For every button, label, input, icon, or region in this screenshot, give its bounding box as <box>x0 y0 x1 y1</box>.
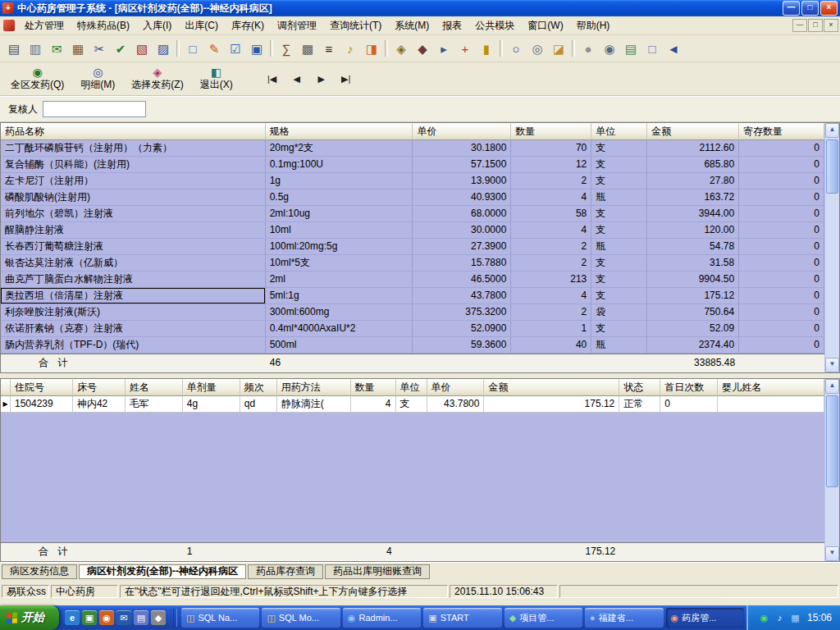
scissors-button[interactable]: ✂ <box>89 38 110 59</box>
grid2-column-header[interactable]: 用药方法 <box>277 379 351 396</box>
task-button-sql-mo[interactable]: ◫SQL Mo... <box>262 608 340 628</box>
grid2-scrollbar[interactable]: ▲ ▼ <box>824 379 839 561</box>
print-preview-button[interactable]: ▥ <box>25 38 46 59</box>
grid2-column-header[interactable]: 单位 <box>396 379 427 396</box>
grid1-column-header[interactable]: 药品名称 <box>1 123 266 140</box>
grid1-column-header[interactable]: 单价 <box>413 123 511 140</box>
task-button-pharmacy[interactable]: ◉药房管... <box>666 608 744 628</box>
tray-shield-icon[interactable]: ◉ <box>758 612 770 624</box>
back-button[interactable]: ◄ <box>663 38 684 59</box>
maximize-button[interactable]: □ <box>801 1 819 16</box>
menu-item[interactable]: 帮助(H) <box>570 17 617 34</box>
table-row[interactable]: 前列地尔（碧凯）注射液2ml:10ug68.000058支3944.000 <box>1 206 824 222</box>
tray-volume-icon[interactable]: ♪ <box>774 612 786 624</box>
quicklaunch-mail-icon[interactable]: ✉ <box>116 610 131 625</box>
grid2-column-header[interactable]: 床号 <box>73 379 126 396</box>
menu-item[interactable]: 特殊药品(B) <box>71 17 136 34</box>
menu-item[interactable]: 查询统计(T) <box>323 17 388 34</box>
grid2-column-header[interactable]: 单剂量 <box>183 379 240 396</box>
task-button-start[interactable]: ▣START <box>423 608 501 628</box>
table-row[interactable]: 二丁酰环磷腺苷钙（注射用）（力素）20mg*2支30.180070支2112.6… <box>1 140 824 157</box>
blue-ledger-button[interactable]: ▨ <box>153 38 174 59</box>
grid2-column-header[interactable]: 住院号 <box>11 379 73 396</box>
quicklaunch-tools-icon[interactable]: ◆ <box>151 610 166 625</box>
select-dispense-button[interactable]: ◈选择发药(Z) <box>124 62 190 95</box>
grid2-column-header[interactable]: 数量 <box>351 379 396 396</box>
tab-2[interactable]: 药品库存查询 <box>248 564 323 579</box>
doc-edit-button[interactable]: ✎ <box>203 38 225 59</box>
grid2-scroll-thumb[interactable] <box>826 395 838 487</box>
start-button[interactable]: 开始 <box>0 605 59 630</box>
scroll-down-icon[interactable]: ▼ <box>825 358 839 372</box>
grid1-column-header[interactable]: 寄存数量 <box>739 123 824 140</box>
nav-first-button[interactable]: |◀ <box>260 69 285 89</box>
table-row[interactable]: 磷酸肌酸钠(注射用)0.5g40.93004瓶163.720 <box>1 189 824 206</box>
medicine-box-button[interactable]: + <box>454 38 476 59</box>
grid2-column-header[interactable]: 状态 <box>619 379 660 396</box>
key-button[interactable]: ◈ <box>390 38 412 59</box>
menu-item[interactable]: 处方管理 <box>18 17 71 34</box>
detail-button[interactable]: ◎明细(M) <box>73 62 122 95</box>
tab-0[interactable]: 病区发药信息 <box>2 564 77 579</box>
task-button-fujian[interactable]: ●福建省... <box>585 608 663 628</box>
menu-item[interactable]: 系统(M) <box>388 17 436 34</box>
doc-save-button[interactable]: ▣ <box>246 38 267 59</box>
red-ledger-button[interactable]: ▧ <box>131 38 153 59</box>
transport-button[interactable]: ▸ <box>433 38 454 59</box>
grid1-scroll-thumb[interactable] <box>826 139 838 194</box>
nav-next-button[interactable]: ▶ <box>309 69 334 89</box>
table-row[interactable]: 左卡尼汀（注射用）1g13.90002支27.800 <box>1 173 824 189</box>
tab-1[interactable]: 病区针剂发药(全部)--神经内科病区 <box>79 564 246 579</box>
zoom-grid-button[interactable]: ◎ <box>527 38 548 59</box>
thermometer-button[interactable]: ▮ <box>476 38 497 59</box>
table-row[interactable]: 曲克芦丁脑蛋白水解物注射液2ml46.5000213支9904.500 <box>1 272 824 288</box>
mdi-restore-button[interactable]: □ <box>808 19 823 32</box>
table-row[interactable]: ▶1504239神内42毛军4gqd静脉滴注(4支43.7800175.12正常… <box>1 396 824 413</box>
table-row[interactable]: 长春西汀葡萄糖注射液100ml:20mg:5g27.39002瓶54.780 <box>1 239 824 255</box>
menu-item[interactable]: 公共模块 <box>468 17 521 34</box>
report-grid-button[interactable]: ▩ <box>297 38 318 59</box>
mdi-minimize-button[interactable]: — <box>792 19 807 32</box>
grid1-column-header[interactable]: 单位 <box>591 123 647 140</box>
table-row[interactable]: 利奈唑胺注射液(斯沃)300ml:600mg375.32002袋750.640 <box>1 304 824 321</box>
table-row[interactable]: 银杏达莫注射液（亿新威）10ml*5支15.78802支31.580 <box>1 255 824 272</box>
quicklaunch-media-icon[interactable]: ◉ <box>99 610 114 625</box>
scroll-up-icon[interactable]: ▲ <box>825 379 839 394</box>
nav-last-button[interactable]: ▶| <box>334 69 358 89</box>
quicklaunch-doc-icon[interactable]: ▤ <box>134 610 148 625</box>
menu-item[interactable]: 入库(I) <box>136 17 178 34</box>
table-row[interactable]: 复合辅酶（贝科能）(注射用)0.1mg:100U57.150012支685.80… <box>1 157 824 173</box>
printer-button[interactable]: ▤ <box>3 38 25 59</box>
table-row[interactable]: 依诺肝素钠（克赛）注射液0.4ml*4000AxaIU*252.09001支52… <box>1 321 824 337</box>
mdi-close-button[interactable]: × <box>824 19 838 32</box>
scroll-down-icon[interactable]: ▼ <box>825 546 839 561</box>
doc-new-button[interactable]: □ <box>182 38 203 59</box>
alarm-button[interactable]: ♪ <box>340 38 361 59</box>
menu-item[interactable]: 报表 <box>436 17 468 34</box>
globe-button[interactable]: ● <box>578 38 599 59</box>
exit-button[interactable]: ◧退出(X) <box>193 62 240 95</box>
grid2-column-header[interactable]: 单价 <box>427 379 485 396</box>
menu-item[interactable]: 窗口(W) <box>521 17 569 34</box>
quicklaunch-ie-icon[interactable]: e <box>65 610 80 625</box>
scroll-up-icon[interactable]: ▲ <box>825 123 839 138</box>
task-button-sql-na[interactable]: ◫SQL Na... <box>181 608 259 628</box>
tray-network-icon[interactable]: ▦ <box>789 612 801 624</box>
tab-3[interactable]: 药品出库明细账查询 <box>325 564 430 579</box>
magnifier-button[interactable]: ◉ <box>599 38 620 59</box>
grid2-column-header[interactable]: 婴儿姓名 <box>718 379 824 396</box>
menu-item[interactable]: 调剂管理 <box>271 17 323 34</box>
layout-button[interactable]: ▤ <box>620 38 641 59</box>
approve-button[interactable]: ✔ <box>110 38 131 59</box>
table-row[interactable]: 肠内营养乳剂（TPF-D）(瑞代)500ml59.360040瓶2374.400 <box>1 337 824 354</box>
task-button-project[interactable]: ◆项目管... <box>504 608 582 628</box>
menu-item[interactable]: 库存(K) <box>225 17 271 34</box>
orange-panel-button[interactable]: ◨ <box>361 38 382 59</box>
ledger-button[interactable]: ▦ <box>67 38 89 59</box>
table-row[interactable]: 奥拉西坦（倍清星）注射液5ml:1g43.78004支175.120 <box>1 288 824 304</box>
close-button[interactable]: × <box>820 1 838 16</box>
table-row[interactable]: 醒脑静注射液10ml30.00004支120.000 <box>1 222 824 239</box>
lock-button[interactable]: ◆ <box>412 38 433 59</box>
search-button[interactable]: ○ <box>505 38 527 59</box>
dispense-all-button[interactable]: ◉全区发药(Q) <box>3 62 71 95</box>
